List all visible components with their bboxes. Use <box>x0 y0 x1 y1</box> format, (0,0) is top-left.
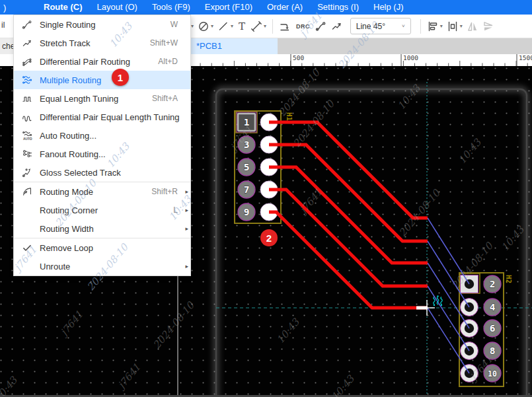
menu-item-remove-loop[interactable]: Remove Loop <box>14 238 190 257</box>
equal-length-icon <box>22 93 33 104</box>
easyeda-pcb-editor: ) Route (C)Layout (O)Tools (F9)Export (F… <box>0 0 532 397</box>
dimension-tool-caret-icon[interactable]: ▾ <box>264 23 266 29</box>
fanout-icon <box>22 149 33 160</box>
check-icon <box>22 242 33 254</box>
flip-vertical-tool <box>480 20 496 32</box>
blank-icon <box>22 223 33 235</box>
pad-number: 8 <box>490 345 496 356</box>
menu-item-label: Single Routing <box>40 20 171 30</box>
menu-item-shortcut: Shift+A <box>152 94 178 103</box>
menubar-item-tools-f9[interactable]: Tools (F9) <box>145 0 198 15</box>
dimension-tool[interactable]: ▾ <box>248 20 268 32</box>
menubar-item-export-f10[interactable]: Export (F10) <box>198 0 260 15</box>
import-changes[interactable] <box>277 20 293 32</box>
single-routing-tool[interactable] <box>313 20 329 32</box>
line-mode-select[interactable]: Line 45°˅ <box>350 18 411 34</box>
align-icon <box>427 20 439 32</box>
menubar-item-layout-o[interactable]: Layout (O) <box>90 0 145 15</box>
menu-item-routing-mode[interactable]: Routing ModeShift+R▸ <box>14 182 190 201</box>
menu-item-label: Multiple Routing <box>40 75 182 85</box>
menu-item-equal-length-tuning[interactable]: Equal Length TuningShift+A <box>14 89 190 108</box>
auto-routing-icon: AUTO <box>22 130 33 141</box>
menubar-item-help-j[interactable]: Help (J) <box>366 0 411 15</box>
svg-text:1500: 1500 <box>519 54 532 61</box>
menu-item-shortcut: W <box>171 20 178 29</box>
flip-h-icon <box>467 20 478 32</box>
menu-item-fanout-routing[interactable]: Fanout Routing... <box>14 145 190 163</box>
svg-text:AUTO: AUTO <box>23 137 32 141</box>
pad-number: 1 <box>244 117 250 127</box>
keepout-tool[interactable]: ▾ <box>196 20 215 32</box>
menu-item-routing-width[interactable]: Routing Width▸ <box>14 219 190 238</box>
line-tool[interactable]: ▾ <box>215 20 235 32</box>
submenu-arrow-icon: ▸ <box>182 263 188 270</box>
pad-number: 7 <box>244 184 250 195</box>
dp-equal-length-icon <box>22 112 33 123</box>
stretch-track-icon <box>22 38 33 49</box>
pad-number: 10 <box>488 369 497 379</box>
stretch-track-tool[interactable] <box>329 20 345 32</box>
menu-item-label: Differential Pair Equal Length Tuning <box>40 112 182 122</box>
pad-number: 6 <box>490 323 496 334</box>
menu-item-differential-pair-routing[interactable]: Differential Pair RoutingAlt+D <box>14 52 190 71</box>
menu-item-routing-corner[interactable]: Routing CornerL▸ <box>14 201 190 219</box>
drc-check[interactable]: DRC <box>293 23 313 30</box>
hidden-tool-caret-icon[interactable]: ▾ <box>191 23 194 29</box>
submenu-arrow-icon: ▸ <box>182 188 188 195</box>
distribute-icon <box>447 20 459 32</box>
blank-icon <box>22 261 33 272</box>
menu-item-gloss-selected-track[interactable]: Gloss Selected Track <box>14 163 190 182</box>
menu-item-label: Routing Mode <box>40 187 151 197</box>
menu-item-label: Gloss Selected Track <box>40 168 182 178</box>
menu-item-unroute[interactable]: Unroute▸ <box>14 257 190 275</box>
stretch-track-icon <box>331 20 343 32</box>
toolbar-items: ▾▾▾T▾DRCLine 45°˅▾▾ <box>188 18 496 34</box>
menu-item-label: Auto Routing... <box>40 131 182 141</box>
align-tool[interactable]: ▾ <box>425 20 445 32</box>
submenu-arrow-icon: ▸ <box>182 207 188 213</box>
distribute-tool-caret-icon[interactable]: ▾ <box>460 23 463 29</box>
toolbar-separator <box>420 19 421 34</box>
import-icon <box>279 20 291 32</box>
pad-number: 4 <box>490 302 496 312</box>
menu-item-differential-pair-equal-length-tuning[interactable]: Differential Pair Equal Length Tuning <box>14 108 190 126</box>
pad-number: 9 <box>244 207 250 217</box>
tab-pcb1[interactable]: *PCB1 <box>190 38 278 54</box>
line-tool-caret-icon[interactable]: ▾ <box>231 23 233 29</box>
menu-item-shortcut: Shift+R <box>151 187 178 196</box>
toolbar-separator <box>272 19 273 34</box>
text-tool[interactable]: T <box>235 20 248 32</box>
menu-item-stretch-track[interactable]: Stretch TrackShift+W <box>14 34 190 52</box>
menubar-items: Route (C)Layout (O)Tools (F9)Export (F10… <box>36 0 411 15</box>
menu-item-label: Fanout Routing... <box>40 149 182 159</box>
menubar-left-fragment: ) <box>0 3 36 13</box>
svg-text:1000: 1000 <box>403 54 418 61</box>
blank-icon <box>22 205 33 216</box>
flip-v-icon <box>482 20 494 32</box>
menubar-item-route-c[interactable]: Route (C) <box>36 0 90 15</box>
route-menu-dropdown: Single RoutingWStretch TrackShift+WDiffe… <box>13 15 191 276</box>
keepout-tool-caret-icon[interactable]: ▾ <box>211 23 213 29</box>
drc-icon: DRC <box>295 23 311 30</box>
step-badge-2: 2 <box>260 229 278 246</box>
menu-item-label: Unroute <box>40 262 182 271</box>
menubar-item-settings-i[interactable]: Settings (I) <box>310 0 366 15</box>
diff-pair-icon <box>22 56 33 67</box>
menu-item-label: Remove Loop <box>40 243 182 253</box>
line-mode-select-value: Line 45° <box>356 22 385 31</box>
pad-number: 3 <box>244 139 250 150</box>
align-tool-caret-icon[interactable]: ▾ <box>440 23 443 29</box>
menubar-item-order-a[interactable]: Order (A) <box>260 0 310 15</box>
flip-horizontal-tool <box>465 20 480 32</box>
menu-item-auto-routing[interactable]: AUTOAuto Routing... <box>14 126 190 145</box>
menu-item-shortcut: L <box>173 205 178 215</box>
menu-item-multiple-routing[interactable]: Multiple Routing <box>14 71 190 89</box>
routing-mode-icon <box>22 186 33 198</box>
menu-item-label: Differential Pair Routing <box>40 57 158 67</box>
gloss-icon <box>22 167 33 178</box>
menu-item-single-routing[interactable]: Single RoutingW <box>14 15 190 34</box>
distribute-tool[interactable]: ▾ <box>445 20 465 32</box>
menubar: ) Route (C)Layout (O)Tools (F9)Export (F… <box>0 0 532 15</box>
single-routing-icon <box>315 20 327 32</box>
multiple-routing-icon <box>22 75 33 86</box>
